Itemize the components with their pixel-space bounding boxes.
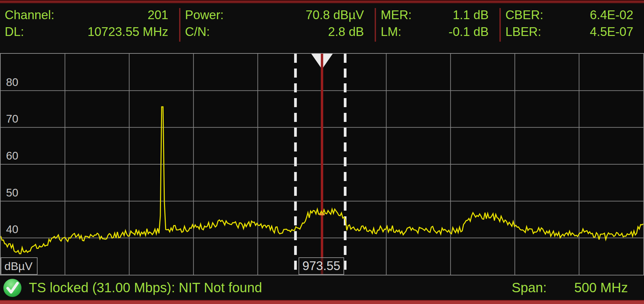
- lm-label: LM:: [381, 24, 401, 40]
- span-label: Span:: [512, 280, 547, 295]
- header-plot-gap: [0, 42, 644, 53]
- lber-label: LBER:: [505, 24, 541, 40]
- span-value: 500 MHz: [574, 280, 628, 295]
- bottom-red-border: [0, 300, 644, 304]
- span-readout: Span: 500 MHz: [512, 280, 628, 295]
- status-bar: TS locked (31.00 Mbps): NIT Not found Sp…: [0, 275, 644, 300]
- cber-value: 6.4E-02: [590, 7, 633, 24]
- cn-label: C/N:: [185, 24, 210, 40]
- power-label: Power:: [185, 7, 224, 24]
- channel-label: Channel:: [5, 7, 54, 24]
- dl-label: DL:: [5, 24, 24, 40]
- analyzer-screen: Channel:201 DL:10723.55 MHz Power:70.8 d…: [0, 0, 644, 304]
- channel-value: 201: [148, 7, 168, 24]
- header-column-channel: Channel:201 DL:10723.55 MHz: [0, 6, 179, 42]
- header-column-power: Power:70.8 dBµV C/N:2.8 dB: [180, 6, 375, 42]
- lber-value: 4.5E-07: [590, 24, 633, 40]
- header-column-ber: CBER:6.4E-02 LBER:4.5E-07: [501, 6, 644, 42]
- y-tick-label: 50: [6, 187, 18, 199]
- cn-value: 2.8 dB: [328, 24, 364, 40]
- mer-label: MER:: [381, 7, 412, 24]
- spectrum-trace-svg: [1, 54, 643, 275]
- y-tick-label: 70: [6, 113, 18, 125]
- lm-value: -0.1 dB: [448, 24, 488, 40]
- dl-value: 10723.55 MHz: [88, 24, 168, 40]
- y-tick-label: 80: [6, 77, 18, 88]
- mer-value: 1.1 dB: [453, 7, 489, 24]
- header-column-mer: MER:1.1 dB LM:-0.1 dB: [376, 6, 499, 42]
- power-value: 70.8 dBµV: [306, 7, 364, 24]
- measurement-header: Channel:201 DL:10723.55 MHz Power:70.8 d…: [0, 3, 644, 42]
- cber-label: CBER:: [505, 7, 543, 24]
- y-tick-label: 60: [6, 150, 18, 162]
- ts-lock-status-text: TS locked (31.00 Mbps): NIT Not found: [29, 280, 262, 295]
- top-red-border: [0, 0, 644, 3]
- ts-locked-check-icon: [3, 278, 22, 298]
- y-tick-label: 40: [6, 224, 18, 235]
- y-axis-unit-box: dBµV: [1, 257, 38, 275]
- marker-frequency-box: 973.55: [299, 257, 344, 275]
- spectrum-plot: 4050607080 dBµV 973.55: [0, 53, 644, 275]
